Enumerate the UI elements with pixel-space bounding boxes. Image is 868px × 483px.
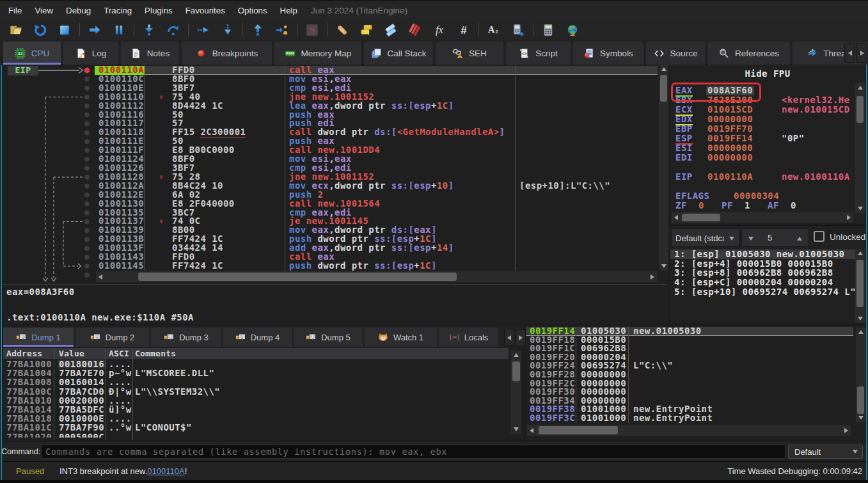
menu-favourites[interactable]: Favourites	[179, 1, 232, 19]
argument-row[interactable]: 1: [esp] 01005030 new.01005030	[670, 249, 855, 259]
tab-script[interactable]: <>Script	[506, 42, 571, 65]
labels-button[interactable]	[379, 21, 403, 39]
scroll-thumb[interactable]	[138, 273, 457, 281]
scroll-thumb[interactable]	[857, 386, 864, 414]
menu-debug[interactable]: Debug	[59, 1, 97, 19]
scroll-thumb[interactable]	[856, 260, 864, 307]
scroll-down-button[interactable]	[855, 314, 865, 323]
scroll-up-button[interactable]	[511, 351, 521, 360]
animate-over-button[interactable]	[216, 21, 240, 39]
register-row[interactable]: EDX00000000	[670, 115, 856, 124]
dump-column-header[interactable]: Value	[59, 349, 84, 358]
comments-button[interactable]	[354, 21, 379, 39]
menu-plugins[interactable]: Plugins	[138, 1, 179, 19]
register-row[interactable]: EDI00000000	[670, 153, 856, 162]
tab-log[interactable]: Log	[63, 42, 118, 65]
tab-source[interactable]: Source	[646, 42, 705, 65]
dump-row[interactable]: 77BA100C77BA7CD0Ð|°wL"\\SYSTEM32\\"	[3, 387, 509, 396]
dump-tab-scroll-right-button[interactable]	[516, 329, 526, 346]
tab-breakpoints[interactable]: Breakpoints	[182, 42, 272, 65]
patches-button[interactable]	[330, 21, 354, 39]
disassembly-vscrollbar[interactable]	[659, 65, 668, 271]
hide-fpu-button[interactable]: Hide FPU	[670, 68, 865, 79]
menu-file[interactable]: File	[2, 1, 28, 19]
menu-tracing[interactable]: Tracing	[97, 1, 138, 19]
dump-tab-scroll-left-button[interactable]	[504, 329, 514, 346]
modules-button[interactable]	[506, 21, 530, 39]
register-row[interactable]: EIP0100110Anew.0100110A	[670, 172, 856, 182]
register-row[interactable]: EBP0019FF70	[670, 124, 856, 134]
scroll-down-button[interactable]	[511, 425, 521, 434]
dump-row[interactable]: 77BA101000020000....	[3, 396, 509, 405]
dump-column-header[interactable]: ASCI	[109, 349, 129, 358]
internet-button[interactable]	[560, 21, 585, 39]
tab-dump-2[interactable]: Dump 2	[75, 328, 149, 347]
scroll-right-button[interactable]	[842, 425, 851, 436]
dump-row[interactable]: 77BA100477BA7E70p~°wL"MSCOREE.DLL"	[3, 368, 509, 377]
hash-button[interactable]: #	[452, 21, 476, 39]
open-folder-button[interactable]	[4, 21, 28, 39]
animate-into-button[interactable]	[191, 21, 216, 39]
argument-row[interactable]: 5: [esp+10] 00695274 00695274 L"	[670, 287, 855, 297]
scroll-up-button[interactable]	[855, 249, 865, 258]
stack-row[interactable]: 0019FF3C01001000new.EntryPoint	[526, 414, 853, 423]
argument-count-spinner[interactable]: 5	[741, 228, 809, 247]
bookmarks-button[interactable]	[403, 21, 427, 39]
stack-hscrollbar[interactable]	[527, 425, 851, 436]
tab-notes[interactable]: Notes	[121, 42, 179, 65]
register-row[interactable]: ECX010015CDnew.010015CD	[670, 105, 856, 115]
dump-row[interactable]: 77BA101477BA5DFCü]°w	[3, 405, 509, 414]
registers-hscrollbar[interactable]	[672, 212, 853, 223]
register-row[interactable]: ESP0019FF14"0P"	[670, 134, 856, 143]
scroll-up-button[interactable]	[659, 65, 668, 74]
scroll-thumb[interactable]	[660, 75, 667, 102]
stack-vscrollbar[interactable]	[856, 328, 865, 422]
stop-button[interactable]	[52, 21, 77, 39]
strings-button[interactable]: Az	[482, 21, 506, 39]
step-over-button[interactable]	[161, 21, 185, 39]
tab-dump-4[interactable]: Dump 4	[223, 328, 292, 347]
scroll-right-button[interactable]	[648, 271, 657, 282]
tab-dump-3[interactable]: Dump 3	[151, 328, 221, 347]
tab-locals[interactable]: [x=]Locals	[439, 328, 498, 347]
scroll-up-button[interactable]	[856, 328, 865, 337]
scroll-thumb[interactable]	[512, 361, 520, 381]
run-button[interactable]	[83, 21, 107, 39]
dump-vscrollbar[interactable]	[511, 351, 521, 434]
scroll-up-button[interactable]	[855, 83, 865, 92]
menu-view[interactable]: View	[28, 1, 59, 19]
tab-dump-1[interactable]: Dump 1	[3, 328, 74, 347]
unlocked-checkbox[interactable]	[814, 231, 825, 242]
run-to-user-code-button[interactable]	[270, 21, 294, 39]
scroll-right-button[interactable]	[844, 212, 853, 223]
disasm-row[interactable]: 01001145FF7424 1Cpush dword ptr ss:[esp+…	[3, 262, 656, 271]
scroll-thumb[interactable]	[856, 96, 864, 123]
menu-help[interactable]: Help	[274, 1, 304, 19]
trace-coverage-button[interactable]: S	[300, 21, 324, 39]
dump-row[interactable]: 77BA101C77BA7F90..°wL"CONOUT$"	[3, 423, 509, 432]
scroll-down-button[interactable]	[856, 413, 865, 422]
tab-seh[interactable]: SEH	[436, 42, 503, 65]
tab-scroll-right-button[interactable]	[856, 43, 867, 63]
tab-references[interactable]: References	[707, 42, 790, 65]
dump-column-header[interactable]: Comments	[135, 349, 176, 358]
step-into-button[interactable]	[137, 21, 161, 39]
tab-scroll-left-button[interactable]	[844, 43, 855, 63]
tab-watch-1[interactable]: Watch 1	[365, 328, 437, 347]
menu-options[interactable]: Options	[232, 1, 274, 19]
tab-symbols[interactable]: Symbols	[573, 42, 643, 65]
command-mode-dropdown[interactable]: Default	[788, 445, 863, 459]
tab-cpu[interactable]: 32CPU	[3, 42, 61, 65]
execute-till-return-button[interactable]	[246, 21, 270, 39]
argument-row[interactable]: 4: [esp+C] 00000204 00000204	[670, 278, 855, 287]
scroll-left-button[interactable]	[96, 271, 105, 282]
dump-row[interactable]: 77BA10200005000C	[3, 432, 509, 438]
disassembly-hscrollbar[interactable]	[96, 271, 657, 282]
scroll-down-button[interactable]	[659, 262, 668, 271]
dump-column-header[interactable]: Address	[6, 349, 42, 358]
restart-button[interactable]	[28, 21, 52, 39]
command-input[interactable]	[41, 445, 785, 459]
breakpoint-address-link[interactable]: 0100110A	[147, 466, 184, 476]
scroll-left-button[interactable]	[672, 212, 681, 223]
register-row[interactable]: EFLAGS00000304	[670, 191, 856, 201]
